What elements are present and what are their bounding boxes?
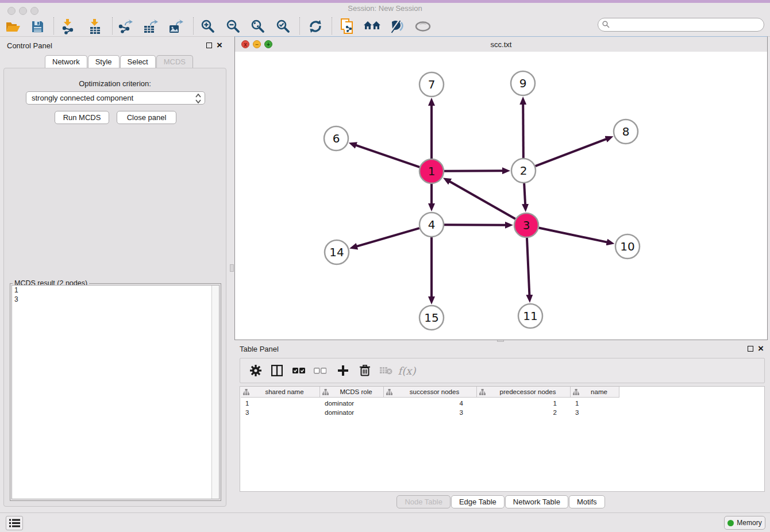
zoom-selected-icon[interactable] bbox=[272, 17, 294, 36]
node-label-6: 6 bbox=[333, 132, 340, 145]
vertical-splitter-handle[interactable] bbox=[230, 264, 234, 272]
hide-graphics-details-icon[interactable] bbox=[386, 17, 408, 36]
status-menu-button[interactable] bbox=[6, 516, 23, 530]
column-header-MCDS-role[interactable]: MCDS role bbox=[320, 387, 384, 398]
edge-1-6[interactable] bbox=[356, 145, 419, 167]
search-input[interactable] bbox=[598, 18, 764, 32]
edge-2-8[interactable] bbox=[536, 139, 607, 166]
import-table-icon[interactable] bbox=[84, 17, 106, 36]
node-table-header: shared nameMCDS rolesuccessor nodesprede… bbox=[241, 387, 619, 398]
edge-3-1[interactable] bbox=[449, 182, 515, 219]
mcds-result-lines: 13 bbox=[12, 286, 219, 304]
delete-table-icon bbox=[376, 358, 396, 383]
save-session-icon[interactable] bbox=[26, 17, 48, 36]
memory-status-dot bbox=[727, 520, 734, 526]
add-column-icon[interactable] bbox=[333, 358, 353, 383]
edge-1-2[interactable] bbox=[444, 171, 503, 171]
node-label-10: 10 bbox=[620, 240, 634, 253]
toggle-columns-icon[interactable] bbox=[267, 358, 287, 383]
cell-predecessor_nodes[interactable]: 1 bbox=[477, 399, 571, 408]
export-image-icon[interactable] bbox=[165, 17, 187, 36]
node-label-7: 7 bbox=[428, 78, 436, 91]
node-label-2: 2 bbox=[520, 164, 528, 178]
list-icon bbox=[9, 519, 20, 527]
delete-column-icon[interactable] bbox=[355, 358, 375, 383]
birds-eye-view-icon[interactable] bbox=[412, 17, 434, 36]
toolbar-separator bbox=[53, 17, 54, 34]
mcds-result-line: 1 bbox=[12, 286, 219, 295]
optimization-criterion-value: strongly connected component bbox=[32, 94, 133, 102]
control-panel-close-icon[interactable]: × bbox=[217, 42, 222, 49]
zoom-out-icon[interactable] bbox=[222, 17, 244, 36]
mcds-result-textarea[interactable]: 13 bbox=[11, 285, 220, 499]
zoom-fit-icon[interactable] bbox=[247, 17, 269, 36]
edge-4-14[interactable] bbox=[357, 228, 419, 246]
edge-4-3[interactable] bbox=[444, 225, 506, 225]
toolbar-separator bbox=[299, 17, 300, 34]
deselect-all-checkboxes-icon[interactable] bbox=[310, 358, 330, 383]
column-header-predecessor-nodes[interactable]: predecessor nodes bbox=[477, 387, 571, 398]
close-panel-button[interactable]: Close panel bbox=[117, 111, 176, 124]
main-toolbar bbox=[0, 16, 770, 37]
cell-mcds_role[interactable]: dominator bbox=[320, 408, 384, 417]
export-network-icon[interactable] bbox=[114, 17, 136, 36]
table-toolbar: f(x) bbox=[240, 358, 765, 383]
import-network-icon[interactable] bbox=[57, 17, 79, 36]
homes-icon[interactable] bbox=[361, 17, 383, 36]
table-panel-close-icon[interactable]: × bbox=[758, 345, 764, 352]
cell-shared_name[interactable]: 1 bbox=[241, 399, 320, 408]
column-header-shared-name[interactable]: shared name bbox=[241, 387, 320, 398]
network-window-titlebar[interactable]: x – + scc.txt bbox=[235, 37, 767, 52]
tab-motifs[interactable]: Motifs bbox=[569, 495, 605, 508]
toolbar-separator bbox=[193, 17, 194, 34]
mcds-result-scrollbar[interactable] bbox=[211, 286, 219, 499]
export-table-icon[interactable] bbox=[140, 17, 161, 36]
settings-gear-icon[interactable] bbox=[245, 358, 266, 383]
select-all-checkboxes-icon[interactable] bbox=[288, 358, 309, 383]
cell-predecessor_nodes[interactable]: 2 bbox=[477, 408, 571, 417]
table-row[interactable]: 3dominator323 bbox=[241, 408, 619, 417]
network-graph-svg: 7968124314101511 bbox=[235, 52, 767, 340]
edge-3-10[interactable] bbox=[539, 228, 607, 242]
memory-button[interactable]: Memory bbox=[724, 516, 765, 530]
cell-shared_name[interactable]: 3 bbox=[241, 408, 320, 417]
cell-name[interactable]: 1 bbox=[571, 399, 619, 408]
cell-mcds_role[interactable]: dominator bbox=[320, 399, 384, 408]
control-panel-float-icon[interactable] bbox=[206, 43, 212, 48]
cell-successor_nodes[interactable]: 3 bbox=[384, 408, 477, 417]
tab-select[interactable]: Select bbox=[120, 55, 156, 68]
node-table[interactable]: shared nameMCDS rolesuccessor nodesprede… bbox=[240, 386, 765, 492]
table-row[interactable]: 1dominator411 bbox=[241, 399, 619, 408]
tab-network[interactable]: Network bbox=[45, 55, 87, 68]
new-network-from-selection-icon[interactable] bbox=[337, 17, 359, 36]
network-canvas[interactable]: 7968124314101511 bbox=[235, 52, 767, 340]
column-header-successor-nodes[interactable]: successor nodes bbox=[384, 387, 477, 398]
tab-style[interactable]: Style bbox=[88, 55, 120, 68]
window-title: Session: New Session bbox=[0, 4, 770, 13]
column-header-name[interactable]: name bbox=[571, 387, 619, 398]
node-label-3: 3 bbox=[523, 218, 530, 232]
apply-layout-icon[interactable] bbox=[305, 17, 326, 36]
node-label-14: 14 bbox=[329, 245, 344, 259]
table-panel-float-icon[interactable] bbox=[748, 346, 753, 352]
cell-name[interactable]: 3 bbox=[571, 408, 619, 417]
run-mcds-button[interactable]: Run MCDS bbox=[55, 111, 109, 124]
toolbar-separator bbox=[332, 17, 332, 34]
tab-network-table[interactable]: Network Table bbox=[505, 495, 568, 508]
node-label-8: 8 bbox=[622, 125, 630, 138]
edge-3-11[interactable] bbox=[527, 238, 529, 295]
cell-successor_nodes[interactable]: 4 bbox=[384, 399, 477, 408]
optimization-criterion-select[interactable]: strongly connected component bbox=[26, 91, 205, 105]
tab-mcds[interactable]: MCDS bbox=[156, 55, 193, 68]
open-session-icon[interactable] bbox=[2, 17, 24, 36]
edge-2-9[interactable] bbox=[523, 104, 523, 158]
node-label-11: 11 bbox=[523, 309, 537, 323]
edge-2-3[interactable] bbox=[524, 183, 525, 205]
tab-edge-table[interactable]: Edge Table bbox=[451, 495, 505, 508]
node-label-9: 9 bbox=[519, 76, 527, 90]
table-panel-tabs: Node TableEdge TableNetwork TableMotifs bbox=[234, 495, 768, 508]
mcds-result-group: MCDS result (2 nodes) 13 bbox=[10, 283, 221, 501]
tab-node-table[interactable]: Node Table bbox=[396, 495, 451, 508]
zoom-in-icon[interactable] bbox=[197, 17, 219, 36]
table-panel: Table Panel × f(x) shared nameMCDS roles… bbox=[234, 342, 768, 511]
